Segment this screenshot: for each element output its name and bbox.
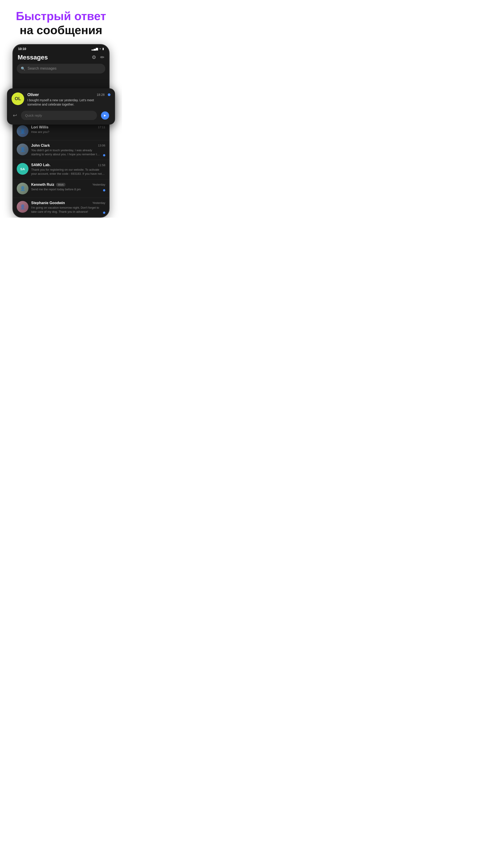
avatar-stephanie: 👤: [17, 201, 29, 213]
unread-dot-kenneth: [103, 189, 105, 191]
search-icon: 🔍: [21, 66, 25, 71]
status-time: 10:10: [18, 47, 26, 51]
avatar-kenneth: 👤: [17, 183, 29, 194]
samo-initials: SA: [20, 167, 25, 171]
hero-line2: на сообщения: [16, 23, 106, 37]
notification-message: I bought myself a new car yesterday. Let…: [27, 98, 105, 107]
notification-card: OL Oliver 18:28 I bought myself a new ca…: [7, 88, 115, 125]
msg-time-samo: 11:58: [98, 163, 105, 167]
app-title: Messages: [18, 54, 48, 61]
msg-preview-kenneth: Send me the report today before 8 pm: [31, 187, 101, 191]
notification-top: OL Oliver 18:28 I bought myself a new ca…: [11, 92, 110, 107]
edit-icon[interactable]: ✏: [100, 55, 104, 60]
msg-content-lori: Lori Willis 17:11 How are you?: [31, 125, 105, 134]
msg-content-samo: SAMO Lab. 11:58 Thank you for registerin…: [31, 163, 105, 176]
phone-wrapper: OL Oliver 18:28 I bought myself a new ca…: [12, 44, 109, 218]
msg-name-samo: SAMO Lab.: [31, 163, 51, 167]
phone-frame: 10:10 ▂▄▆ ≈ ▮ Messages ⚙ ✏ 🔍 Search mess…: [12, 44, 109, 218]
reply-back-button[interactable]: ↩: [11, 111, 18, 120]
msg-time-john: 13:06: [98, 144, 105, 147]
battery-icon: ▮: [102, 47, 104, 51]
msg-content-stephanie: Stephanie Goodwin Yesterday I'm going on…: [31, 201, 105, 214]
search-bar[interactable]: 🔍 Search messages: [17, 64, 105, 73]
msg-time-kenneth: Yesterday: [92, 183, 105, 186]
notification-avatar: OL: [11, 92, 24, 105]
quick-reply-input[interactable]: [21, 111, 97, 120]
status-icons: ▂▄▆ ≈ ▮: [92, 47, 104, 51]
unread-dot-john: [103, 154, 105, 156]
notification-right: [108, 92, 110, 96]
signal-icon: ▂▄▆: [92, 47, 98, 51]
msg-time-stephanie: Yesterday: [92, 201, 105, 205]
msg-time-lori: 17:11: [98, 125, 105, 129]
unread-dot: [108, 93, 110, 96]
message-item-john[interactable]: 👤 John Clark 13:06 You didn't get in tou…: [13, 140, 109, 160]
msg-content-kenneth: Kenneth Ruiz Work Yesterday Send me the …: [31, 183, 105, 191]
status-bar: 10:10 ▂▄▆ ≈ ▮: [13, 45, 109, 52]
hero-section: Быстрый ответ на сообщения: [11, 0, 111, 44]
avatar-john: 👤: [17, 144, 29, 155]
settings-icon[interactable]: ⚙: [92, 55, 96, 60]
msg-preview-stephanie: I'm going on vacation tomorrow night. Do…: [31, 206, 101, 214]
msg-tag-work: Work: [56, 183, 65, 186]
notification-actions[interactable]: ↩ ►: [11, 110, 110, 121]
send-icon: ►: [101, 112, 109, 120]
search-placeholder-text: Search messages: [28, 66, 57, 70]
hero-line1: Быстрый ответ: [16, 9, 106, 23]
msg-top-lori: Lori Willis 17:11: [31, 125, 105, 129]
msg-content-john: John Clark 13:06 You didn't get in touch…: [31, 144, 105, 156]
msg-top-john: John Clark 13:06: [31, 144, 105, 148]
msg-name-lori: Lori Willis: [31, 125, 48, 129]
notification-name: Oliver: [27, 92, 39, 97]
avatar-samo: SA: [17, 163, 29, 175]
msg-top-samo: SAMO Lab. 11:58: [31, 163, 105, 167]
avatar-lori: 👤: [17, 125, 29, 137]
notification-header-row: Oliver 18:28: [27, 92, 105, 97]
msg-name-stephanie: Stephanie Goodwin: [31, 201, 65, 205]
msg-name-john: John Clark: [31, 144, 50, 148]
msg-preview-samo: Thank you for registering on our website…: [31, 168, 105, 176]
wifi-icon: ≈: [99, 47, 101, 51]
app-header: Messages ⚙ ✏: [13, 52, 109, 64]
msg-preview-john: You didn't get in touch yesterday, I was…: [31, 148, 101, 156]
msg-top-kenneth: Kenneth Ruiz Work Yesterday: [31, 183, 105, 187]
unread-dot-stephanie: [103, 212, 105, 214]
msg-preview-lori: How are you?: [31, 130, 105, 134]
msg-name-kenneth: Kenneth Ruiz: [31, 183, 54, 187]
notification-initials: OL: [15, 96, 21, 101]
send-button[interactable]: ►: [100, 110, 110, 121]
notification-content: Oliver 18:28 I bought myself a new car y…: [27, 92, 105, 107]
message-item-kenneth[interactable]: 👤 Kenneth Ruiz Work Yesterday Send me th…: [13, 179, 109, 197]
message-item-stephanie[interactable]: 👤 Stephanie Goodwin Yesterday I'm going …: [13, 197, 109, 217]
msg-top-stephanie: Stephanie Goodwin Yesterday: [31, 201, 105, 205]
message-item-samo[interactable]: SA SAMO Lab. 11:58 Thank you for registe…: [13, 160, 109, 179]
header-icons: ⚙ ✏: [92, 55, 104, 60]
notification-time: 18:28: [97, 93, 105, 96]
